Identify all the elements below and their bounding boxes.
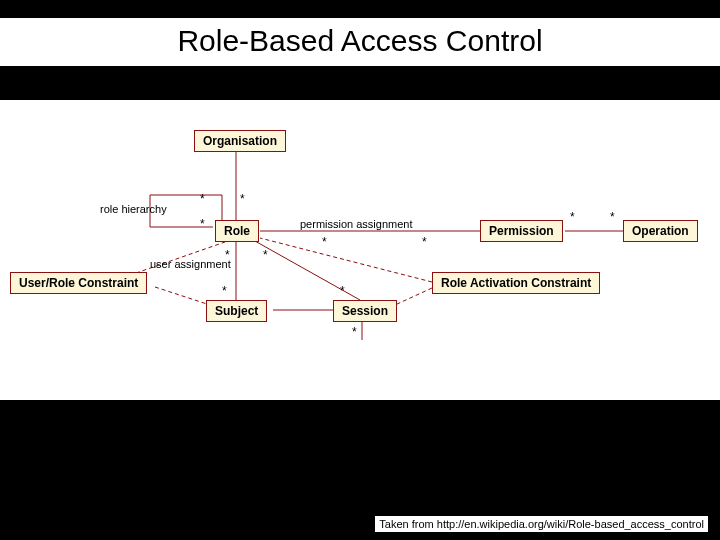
box-subject: Subject [206, 300, 267, 322]
box-user-role-constraint: User/Role Constraint [10, 272, 147, 294]
box-role-activation-constraint: Role Activation Constraint [432, 272, 600, 294]
mult-perm-op-1: * [570, 210, 575, 224]
diagram-area: Organisation Role Permission Operation U… [0, 100, 720, 400]
box-session: Session [333, 300, 397, 322]
mult-role-subj-2: * [222, 284, 227, 298]
mult-role-subj-1: * [225, 248, 230, 262]
mult-role-sess-2: * [340, 284, 345, 298]
label-role-hierarchy: role hierarchy [100, 203, 167, 215]
credit-text: Taken from http://en.wikipedia.org/wiki/… [375, 516, 708, 532]
box-organisation: Organisation [194, 130, 286, 152]
mult-perm-op-2: * [610, 210, 615, 224]
mult-role-perm-1: * [322, 235, 327, 249]
mult-hier-1: * [200, 192, 205, 206]
label-permission-assignment: permission assignment [300, 218, 413, 230]
mult-hier-2: * [200, 217, 205, 231]
mult-org-role: * [240, 192, 245, 206]
svg-line-12 [155, 287, 210, 305]
label-user-assignment: user assignment [150, 258, 231, 270]
connector-lines [0, 100, 720, 400]
mult-role-perm-2: * [422, 235, 427, 249]
slide: Role-Based Access Control [0, 0, 720, 540]
box-role: Role [215, 220, 259, 242]
box-permission: Permission [480, 220, 563, 242]
box-operation: Operation [623, 220, 698, 242]
slide-title: Role-Based Access Control [0, 18, 720, 66]
svg-line-13 [260, 238, 432, 282]
svg-line-14 [395, 288, 432, 305]
mult-role-sess-1: * [263, 248, 268, 262]
mult-sess-down: * [352, 325, 357, 339]
